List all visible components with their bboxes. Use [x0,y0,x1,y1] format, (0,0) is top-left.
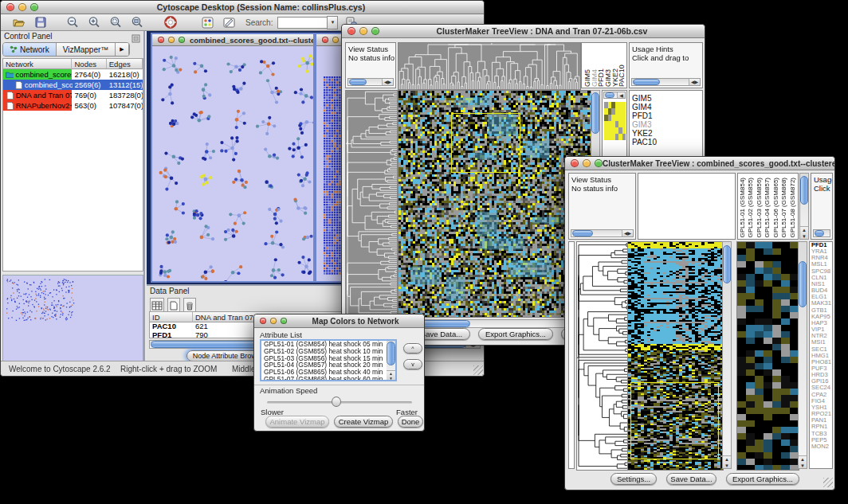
tv2-column-label[interactable]: GPL51-07 (GSM868) [780,178,788,238]
zoom-button[interactable] [595,159,603,167]
tv1-zoom-hscrollbar[interactable]: ◀ [603,92,626,99]
done-button[interactable]: Done [398,416,423,428]
tv2-column-dendrogram-area[interactable] [638,173,736,240]
minimize-button[interactable] [359,27,367,35]
network-row[interactable]: combined_scores2764(0)16218(0) [3,69,143,80]
tv2-column-label[interactable]: GPL51-08 (GSM872) [789,178,797,238]
main-titlebar[interactable]: Cytoscape Desktop (Session Name: collins… [1,1,484,14]
tv1-hints-scrollbar[interactable]: ◀▶ [631,78,701,86]
network-row[interactable]: DNA and Tran 07769(0)183728(0) [3,90,143,100]
tv1-status-scrollbar[interactable]: ◀▶ [347,78,394,86]
attribute-list-scrollbar[interactable]: ▲▼ [387,341,395,380]
zoom-button[interactable] [179,37,185,43]
attribute-list-item[interactable]: GPL51-07 (GSM868) heat shock 60 min [261,376,395,381]
animate-vizmap-button[interactable]: Animate Vizmap [265,416,329,428]
zoom-button[interactable] [30,3,38,11]
create-vizmap-button[interactable]: Create Vizmap [334,416,393,428]
zoom-out-icon[interactable] [65,14,81,30]
tv2-status-scrollbar[interactable]: ◀▶ [571,229,634,237]
annotation-icon[interactable] [221,14,238,30]
treeview1-titlebar[interactable]: ClusterMaker TreeView : DNA and Tran 07-… [342,25,705,38]
tv2-hints-scrollbar[interactable] [813,229,830,237]
tv1-column-label[interactable]: GIM3 [604,69,611,87]
tv1-zoom-heatmap[interactable] [604,102,626,140]
network-overview-panel[interactable] [2,275,143,364]
tv2-column-label[interactable]: GPL51-04 (GSM857) [764,178,771,238]
document-icon [14,81,23,89]
float-panel-icon[interactable] [132,32,140,46]
tv1-row-dendrogram[interactable] [345,90,398,318]
tv2-zoom-vscrollbar[interactable]: ▲▼ [798,241,807,469]
save-icon[interactable] [32,14,49,30]
tv1-zoom-cell [622,102,626,108]
tv1-column-dendrogram[interactable] [398,42,581,90]
tv1-column-label[interactable]: GIM5 [583,69,591,87]
tv2-gene-label[interactable]: MON2 [810,443,832,450]
close-button[interactable] [322,37,328,43]
tv1-gene-label[interactable]: GIM3 [630,120,702,129]
attribute-list[interactable]: GPL51-01 (GSM854) heat shock 05 minGPL51… [260,339,397,381]
zoom-selected-icon[interactable] [108,14,124,30]
minimize-button[interactable] [18,3,26,11]
close-button[interactable] [347,27,355,35]
network-row[interactable]: combined_sco2569(6)13112(15) [3,80,143,90]
open-file-icon[interactable] [10,14,27,30]
minimize-button[interactable] [332,37,339,43]
save-data-button[interactable]: Save Data... [666,473,716,485]
tv2-heatmap-vscrollbar[interactable]: ▲▼ [722,241,732,469]
zoom-button[interactable] [371,27,379,35]
treeview2-titlebar[interactable]: ClusterMaker TreeView : combined_scores_… [565,157,834,170]
tv1-column-label[interactable]: PFD1 [597,68,604,87]
tv1-heatmap-hscrollbar[interactable]: ◀▶ [398,319,591,328]
export-graphics-button[interactable]: Export Graphics... [726,473,799,485]
tv1-gene-label[interactable]: GIM4 [630,103,702,111]
tv1-gene-label[interactable]: PAC10 [630,138,702,147]
window-controls [571,159,603,167]
close-button[interactable] [260,318,266,324]
tv2-zoom-heatmap[interactable] [736,241,799,471]
treeview2-window: ClusterMaker TreeView : combined_scores_… [564,156,835,490]
network-row[interactable]: RNAPuberNov2+563(0)107847(0) [3,100,143,111]
move-down-button[interactable]: v [403,359,422,369]
tv2-resize-grip[interactable] [823,478,833,487]
close-button[interactable] [6,3,14,11]
settings-button[interactable]: Settings... [610,473,657,485]
tv1-gene-label[interactable]: GIM5 [630,94,702,103]
tv1-main-heatmap[interactable] [398,90,592,318]
zoom-fit-icon[interactable] [129,14,146,30]
search-label: Search: [245,18,273,27]
tv2-column-label[interactable]: GPL51-01 (GSM854) [739,178,747,238]
tv1-gene-label[interactable]: YKE2 [630,129,702,138]
tv1-column-label[interactable]: PAC10 [618,64,625,87]
resize-grip[interactable] [473,365,483,375]
tab-overflow-arrow[interactable]: ▶ [116,43,128,56]
animation-slider-thumb[interactable] [332,397,341,407]
map-dialog-titlebar[interactable]: Map Colors to Network [254,315,424,328]
zoom-button[interactable] [281,318,287,324]
tv2-gene-list: PFD1YRA1RNR4MSL1SPC98CLN1NIS1BUD4ELG1MAK… [809,241,833,469]
minimize-button[interactable] [168,37,175,43]
tv1-gene-label[interactable]: PFD1 [630,111,702,120]
network-canvas[interactable] [152,46,313,281]
zoom-in-icon[interactable] [86,14,103,30]
tv2-row-dendrogram[interactable] [576,241,630,471]
window-controls [260,318,287,324]
export-graphics-button[interactable]: Export Graphics... [478,328,553,340]
tv2-column-label[interactable]: GPL51-02 (GSM855) [747,178,755,238]
tab-network[interactable]: Network [3,43,57,56]
tv2-main-heatmap[interactable] [627,241,724,471]
tv2-column-label[interactable]: GPL51-06 (GSM865) [772,178,780,238]
search-input[interactable] [277,17,327,29]
minimize-button[interactable] [270,318,277,324]
tv2-labels-vscrollbar[interactable]: ▲▼ [799,173,809,240]
tab-vizmapper[interactable]: VizMapper™ [57,43,116,56]
move-up-button[interactable]: ^ [403,343,422,354]
vizmapper-icon[interactable] [199,14,216,30]
close-button[interactable] [158,37,164,43]
search-dropdown-button[interactable]: ▼ [327,16,338,29]
tv2-column-label[interactable]: GPL51-03 (GSM856) [756,178,764,238]
minimize-button[interactable] [583,159,591,167]
close-button[interactable] [571,159,579,167]
network-window-a-titlebar[interactable]: combined_scores_good.txt--cluste... [152,34,313,46]
help-lifering-icon[interactable] [162,14,179,30]
